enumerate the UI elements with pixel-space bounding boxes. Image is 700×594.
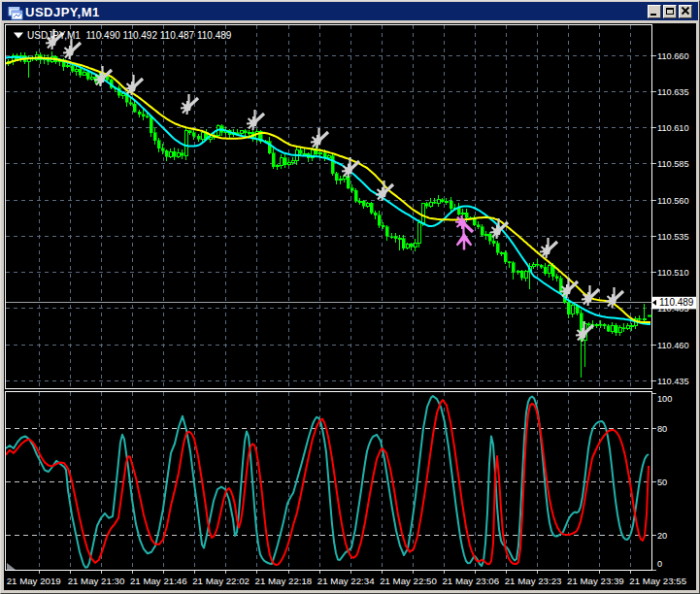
svg-text:110.560: 110.560 (657, 196, 689, 206)
svg-text:110.660: 110.660 (657, 51, 689, 61)
svg-text:110.635: 110.635 (657, 87, 689, 97)
svg-text:21 May 22:02: 21 May 22:02 (192, 576, 250, 586)
svg-text:110.435: 110.435 (657, 377, 689, 386)
svg-text:21 May 22:18: 21 May 22:18 (255, 576, 313, 586)
svg-text:21 May 22:34: 21 May 22:34 (317, 576, 375, 586)
svg-text:50: 50 (657, 478, 667, 487)
svg-text:21 May 21:30: 21 May 21:30 (68, 576, 125, 586)
svg-text:21 May 23:39: 21 May 23:39 (567, 576, 624, 586)
svg-text:110.535: 110.535 (657, 232, 689, 242)
svg-text:21 May 23:55: 21 May 23:55 (629, 576, 686, 586)
svg-text:21 May 22:50: 21 May 22:50 (380, 576, 437, 586)
svg-text:100: 100 (657, 394, 672, 404)
svg-text:110.585: 110.585 (657, 159, 689, 169)
svg-text:21 May 23:23: 21 May 23:23 (505, 576, 562, 586)
svg-text:110.610: 110.610 (657, 123, 689, 133)
svg-text:21 May 23:06: 21 May 23:06 (442, 576, 499, 586)
svg-text:0: 0 (657, 559, 662, 569)
svg-text:21 May 2019: 21 May 2019 (7, 576, 61, 586)
svg-text:110.460: 110.460 (657, 341, 689, 350)
svg-text:110.510: 110.510 (657, 268, 689, 278)
svg-text:80: 80 (657, 424, 667, 434)
svg-text:20: 20 (657, 531, 667, 541)
svg-text:USDJPY,M1 110.490 110.492 110: USDJPY,M1 110.490 110.492 110.487 110.48… (27, 30, 232, 41)
svg-text:110.489: 110.489 (659, 297, 694, 308)
svg-text:21 May 21:46: 21 May 21:46 (130, 576, 187, 586)
